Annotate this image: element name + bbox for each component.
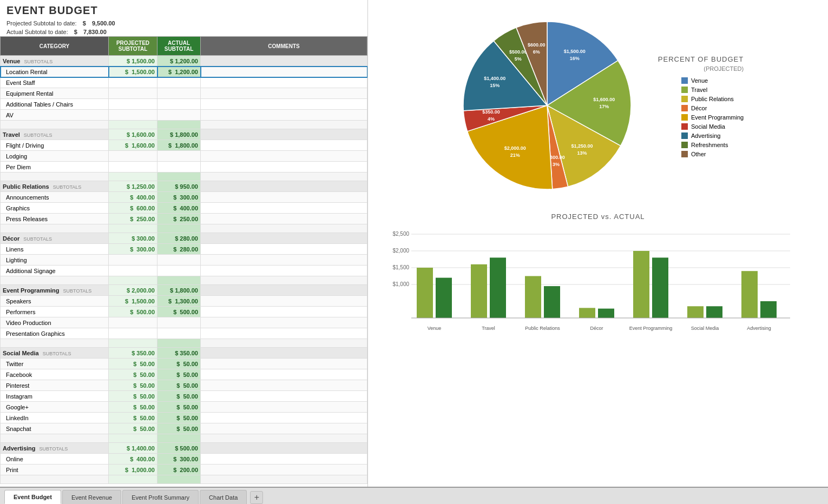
- table-row[interactable]: Twitter $ 50.00 $ 50.00: [1, 359, 367, 369]
- table-row[interactable]: Additional Signage: [1, 266, 367, 276]
- pie-chart: $1,500.0016%$1,600.0017%$1,250.0013%$300…: [452, 11, 642, 200]
- empty-row: [1, 121, 367, 129]
- legend-item: Social Media: [681, 123, 744, 130]
- svg-text:4%: 4%: [488, 116, 495, 122]
- svg-text:$1,400.00: $1,400.00: [484, 76, 505, 81]
- legend-item: Travel: [681, 87, 744, 93]
- table-row[interactable]: Snapchat $ 50.00 $ 50.00: [1, 423, 367, 434]
- bar-section: PROJECTED vs. ACTUAL: [379, 213, 817, 336]
- table-row[interactable]: Speakers $ 1,500.00 $ 1,300.00: [1, 296, 367, 307]
- legend-swatch: [681, 132, 688, 139]
- table-row[interactable]: Additional Tables / Chairs: [1, 99, 367, 110]
- table-row[interactable]: Instagram $ 50.00 $ 50.00: [1, 391, 367, 402]
- svg-text:13%: 13%: [577, 150, 587, 156]
- subtotal-row: Event Programming SUBTOTALS $ 2,000.00 $…: [1, 285, 367, 296]
- projected-summary-dollar: $: [83, 20, 86, 26]
- header-projected: PROJECTED SUBTOTAL: [109, 37, 157, 56]
- pie-right: PERCENT OF BUDGET (PROJECTED) VenueTrave…: [658, 55, 744, 157]
- legend-swatch: [681, 96, 688, 102]
- table-row[interactable]: Print $ 1,000.00 $ 200.00: [1, 465, 367, 475]
- projected-summary-row: Projected Subtotal to date: $ 9,500.00: [0, 19, 367, 28]
- pie-chart-title: PERCENT OF BUDGET: [658, 55, 744, 63]
- header-comments: COMMENTS: [201, 37, 367, 56]
- tab-event-profit-summary[interactable]: Event Profit Summary: [122, 490, 199, 504]
- table-row[interactable]: Pinterest $ 50.00 $ 50.00: [1, 380, 367, 391]
- table-row[interactable]: Facebook $ 50.00 $ 50.00: [1, 369, 367, 380]
- empty-row: [1, 434, 367, 443]
- legend-swatch: [681, 105, 688, 111]
- table-row[interactable]: AV: [1, 110, 367, 121]
- svg-text:$600.00: $600.00: [528, 42, 546, 48]
- subtotal-row: Décor SUBTOTALS $ 300.00 $ 280.00: [1, 233, 367, 244]
- tab-event-revenue[interactable]: Event Revenue: [62, 490, 121, 504]
- table-row[interactable]: Lodging: [1, 151, 367, 162]
- legend-item: Event Programming: [681, 114, 744, 121]
- actual-summary-dollar: $: [74, 29, 77, 35]
- table-row[interactable]: Online $ 400.00 $ 300.00: [1, 454, 367, 465]
- table-row[interactable]: Event Staff: [1, 77, 367, 88]
- pie-legend: VenueTravelPublic RelationsDécorEvent Pr…: [681, 77, 744, 157]
- table-row[interactable]: Press Releases $ 250.00 $ 250.00: [1, 214, 367, 224]
- empty-row: [1, 173, 367, 181]
- tab-chart-data[interactable]: Chart Data: [200, 490, 247, 504]
- bar-chart-title: PROJECTED vs. ACTUAL: [379, 213, 817, 221]
- legend-label: Décor: [691, 105, 707, 111]
- main-area: EVENT BUDGET Projected Subtotal to date:…: [0, 0, 828, 487]
- svg-text:21%: 21%: [510, 152, 520, 158]
- subtotal-row: Venue SUBTOTALS $ 1,500.00 $ 1,200.00: [1, 56, 367, 67]
- legend-swatch: [681, 87, 688, 93]
- legend-swatch: [681, 151, 688, 157]
- table-row[interactable]: Lighting: [1, 255, 367, 266]
- app-container: EVENT BUDGET Projected Subtotal to date:…: [0, 0, 828, 504]
- svg-text:16%: 16%: [570, 56, 580, 61]
- table-row[interactable]: Graphics $ 600.00 $ 400.00: [1, 203, 367, 214]
- svg-text:15%: 15%: [490, 83, 500, 88]
- empty-row: [1, 475, 367, 484]
- legend-label: Travel: [691, 87, 707, 93]
- legend-item: Advertising: [681, 132, 744, 139]
- legend-label: Advertising: [691, 132, 720, 139]
- table-row[interactable]: Linens $ 300.00 $ 280.00: [1, 244, 367, 255]
- empty-row: [1, 224, 367, 233]
- budget-table: CATEGORY PROJECTED SUBTOTAL ACTUAL SUBTO…: [0, 36, 367, 484]
- subtotal-row: Advertising SUBTOTALS $ 1,400.00 $ 500.0…: [1, 443, 367, 454]
- table-row[interactable]: Per Diem: [1, 162, 367, 173]
- table-row[interactable]: Location Rental $ 1,500.00 $ 1,200.00: [1, 67, 367, 77]
- svg-text:$350.00: $350.00: [482, 109, 500, 115]
- table-row[interactable]: Flight / Driving $ 1,600.00 $ 1,800.00: [1, 140, 367, 151]
- tab-event-budget[interactable]: Event Budget: [4, 490, 61, 504]
- projected-summary-value: 9,500.00: [92, 20, 115, 26]
- legend-item: Public Relations: [681, 96, 744, 102]
- pie-title-block: PERCENT OF BUDGET (PROJECTED): [658, 55, 744, 72]
- spreadsheet-panel: EVENT BUDGET Projected Subtotal to date:…: [0, 0, 368, 487]
- subtotal-row: Social Media SUBTOTALS $ 350.00 $ 350.00: [1, 348, 367, 359]
- empty-row: [1, 276, 367, 285]
- legend-swatch: [681, 114, 688, 121]
- bar-chart-wrapper: [379, 226, 817, 336]
- legend-item: Refreshments: [681, 142, 744, 148]
- table-row[interactable]: Presentation Graphics: [1, 328, 367, 339]
- legend-swatch: [681, 123, 688, 130]
- chart-panel: $1,500.0016%$1,600.0017%$1,250.0013%$300…: [368, 0, 828, 487]
- add-tab-button[interactable]: +: [250, 491, 263, 504]
- table-row[interactable]: Equipment Rental: [1, 88, 367, 99]
- svg-text:$500.00: $500.00: [509, 49, 527, 55]
- actual-summary-row: Actual Subtotal to date: $ 7,830.00: [0, 28, 367, 36]
- table-row[interactable]: Announcements $ 400.00 $ 300.00: [1, 192, 367, 203]
- legend-label: Public Relations: [691, 96, 734, 102]
- bar-chart: [379, 226, 801, 334]
- svg-text:5%: 5%: [515, 56, 522, 62]
- legend-label: Other: [691, 151, 706, 157]
- actual-summary-value: 7,830.00: [83, 29, 107, 35]
- table-row[interactable]: Google+ $ 50.00 $ 50.00: [1, 402, 367, 413]
- legend-label: Refreshments: [691, 142, 728, 148]
- header-actual: ACTUAL SUBTOTAL: [157, 37, 201, 56]
- subtotal-row: Public Relations SUBTOTALS $ 1,250.00 $ …: [1, 181, 367, 192]
- svg-text:$1,250.00: $1,250.00: [571, 143, 593, 149]
- table-row[interactable]: LinkedIn $ 50.00 $ 50.00: [1, 413, 367, 423]
- empty-row: [1, 339, 367, 348]
- table-row[interactable]: Performers $ 500.00 $ 500.00: [1, 307, 367, 317]
- legend-label: Venue: [691, 77, 708, 84]
- table-row[interactable]: Video Production: [1, 317, 367, 328]
- svg-text:17%: 17%: [599, 104, 609, 109]
